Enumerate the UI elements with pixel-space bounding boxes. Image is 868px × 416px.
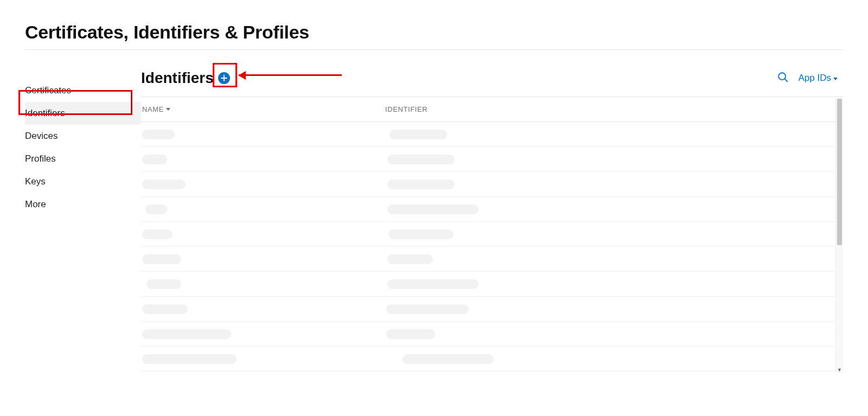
page-title: Certificates, Identifiers & Profiles xyxy=(25,13,843,50)
redacted-name xyxy=(142,130,175,139)
redacted-identifier xyxy=(403,354,494,364)
search-icon xyxy=(777,71,789,85)
redacted-identifier xyxy=(390,130,447,139)
table-row[interactable] xyxy=(141,197,843,222)
sidebar: Certificates Identifiers Devices Profile… xyxy=(25,69,141,373)
column-header-identifier[interactable]: IDENTIFIER xyxy=(385,105,843,113)
table-row[interactable] xyxy=(141,247,843,272)
redacted-name xyxy=(142,254,181,264)
sidebar-item-devices[interactable]: Devices xyxy=(25,125,141,148)
sidebar-item-more[interactable]: More xyxy=(25,193,141,216)
redacted-identifier xyxy=(388,229,454,239)
identifiers-table: NAME IDENTIFIER xyxy=(141,97,843,373)
table-row[interactable] xyxy=(141,222,843,247)
column-header-name[interactable]: NAME xyxy=(141,105,385,113)
column-header-name-label: NAME xyxy=(142,105,164,113)
redacted-name xyxy=(142,304,188,314)
redacted-identifier xyxy=(387,254,433,264)
redacted-identifier xyxy=(387,204,478,214)
redacted-identifier xyxy=(387,279,478,289)
scrollbar[interactable]: ▼ xyxy=(835,98,843,373)
redacted-name xyxy=(142,229,173,239)
table-row[interactable] xyxy=(141,272,843,297)
column-header-identifier-label: IDENTIFIER xyxy=(385,105,427,113)
sidebar-item-profiles[interactable]: Profiles xyxy=(25,148,141,170)
table-row[interactable] xyxy=(141,297,843,322)
filter-dropdown-label: App IDs xyxy=(799,73,831,84)
scroll-down-icon[interactable]: ▼ xyxy=(836,367,843,373)
table-header: NAME IDENTIFIER xyxy=(141,97,843,122)
table-row[interactable] xyxy=(141,347,843,372)
table-row[interactable] xyxy=(141,322,843,347)
table-row[interactable] xyxy=(141,122,843,147)
main-content: Identifiers App IDs xyxy=(141,69,843,373)
plus-icon xyxy=(221,75,227,81)
redacted-identifier xyxy=(387,155,455,164)
table-row[interactable] xyxy=(141,172,843,197)
add-identifier-button[interactable] xyxy=(218,72,230,84)
filter-dropdown[interactable]: App IDs xyxy=(799,73,838,84)
sidebar-item-keys[interactable]: Keys xyxy=(25,170,141,193)
section-title: Identifiers xyxy=(141,69,214,87)
redacted-identifier xyxy=(387,180,455,189)
scrollbar-thumb[interactable] xyxy=(837,99,842,245)
redacted-name xyxy=(146,279,181,289)
sidebar-item-identifiers[interactable]: Identifiers xyxy=(25,102,141,125)
chevron-down-icon xyxy=(833,78,838,80)
redacted-name xyxy=(145,204,167,214)
sidebar-item-certificates[interactable]: Certificates xyxy=(25,79,141,102)
svg-line-1 xyxy=(784,79,787,81)
redacted-name xyxy=(142,155,167,164)
redacted-name xyxy=(142,180,186,189)
redacted-name xyxy=(142,329,231,339)
table-row[interactable] xyxy=(141,147,843,172)
redacted-identifier xyxy=(386,304,469,314)
redacted-identifier xyxy=(386,329,435,339)
sort-icon xyxy=(166,108,170,111)
search-button[interactable] xyxy=(777,71,789,85)
redacted-name xyxy=(142,354,237,364)
